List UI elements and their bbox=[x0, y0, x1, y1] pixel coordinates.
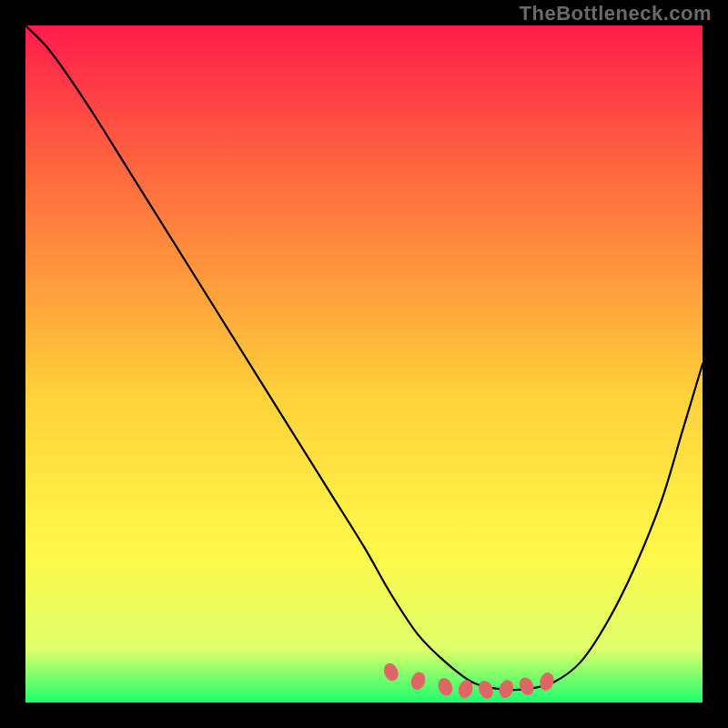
chart-stage: TheBottleneck.com bbox=[0, 0, 728, 728]
watermark-text: TheBottleneck.com bbox=[520, 2, 712, 25]
bottleneck-plot bbox=[25, 25, 703, 703]
plot-background-gradient bbox=[25, 25, 703, 703]
plot-svg bbox=[25, 25, 703, 703]
